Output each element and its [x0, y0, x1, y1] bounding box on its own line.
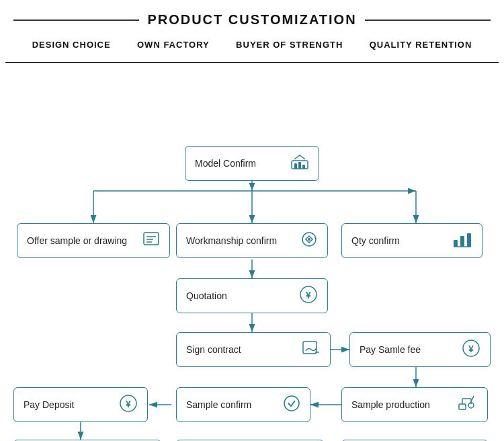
sample-confirm-icon	[283, 395, 300, 415]
sign-contract-label: Sign contract	[186, 344, 241, 355]
workmanship-confirm-box: Workmanship confirm	[176, 223, 328, 258]
svg-rect-18	[302, 165, 305, 169]
pay-sample-fee-icon: ¥	[462, 339, 480, 361]
svg-rect-19	[144, 233, 159, 245]
subtitle-own-factory: OWN FACTORY	[137, 40, 210, 50]
svg-rect-27	[467, 233, 471, 247]
sample-confirm-label: Sample confirm	[186, 399, 251, 410]
svg-rect-25	[454, 240, 458, 247]
qty-confirm-icon	[452, 231, 472, 251]
offer-sample-box: Offer sample or drawing	[17, 223, 170, 258]
svg-rect-31	[303, 342, 317, 354]
quotation-icon: ¥	[299, 285, 318, 307]
svg-rect-16	[294, 163, 297, 169]
pay-sample-fee-label: Pay Samle fee	[360, 344, 421, 355]
subtitle-bar: DESIGN CHOICE OWN FACTORY BUYER OF STREN…	[5, 34, 499, 63]
sign-contract-icon	[302, 340, 321, 360]
model-confirm-label: Model Confirm	[195, 158, 256, 169]
svg-text:¥: ¥	[468, 344, 474, 354]
pay-deposit-box: Pay Deposit ¥	[13, 387, 148, 422]
svg-rect-17	[298, 162, 301, 169]
svg-point-37	[284, 396, 299, 411]
sample-production-box: Sample production	[341, 387, 488, 422]
model-confirm-box: Model Confirm	[185, 146, 319, 181]
svg-text:¥: ¥	[126, 399, 131, 409]
page-header: PRODUCT CUSTOMIZATION	[0, 0, 504, 34]
flowchart: Model Confirm Offer sample or drawing Wo…	[0, 63, 504, 441]
sign-contract-box: Sign contract	[176, 332, 331, 367]
svg-rect-26	[460, 236, 464, 247]
qty-confirm-box: Qty confirm	[341, 223, 482, 258]
workmanship-confirm-icon	[300, 231, 318, 251]
svg-point-24	[308, 238, 310, 241]
header-line-left	[13, 19, 139, 21]
qty-confirm-label: Qty confirm	[351, 235, 400, 246]
subtitle-quality-retention: QUALITY RETENTION	[370, 40, 472, 50]
header-line-right	[365, 19, 491, 21]
sample-production-label: Sample production	[351, 399, 430, 410]
svg-text:¥: ¥	[306, 290, 311, 300]
quotation-label: Quotation	[186, 290, 227, 301]
svg-rect-38	[459, 404, 466, 409]
offer-sample-icon	[142, 231, 160, 251]
model-confirm-icon	[290, 154, 309, 173]
pay-deposit-icon: ¥	[119, 394, 138, 416]
pay-deposit-label: Pay Deposit	[24, 399, 74, 410]
subtitle-buyer-strength: BUYER OF STRENGTH	[236, 40, 343, 50]
subtitle-design-choice: DESIGN CHOICE	[32, 40, 111, 50]
offer-sample-label: Offer sample or drawing	[27, 235, 127, 246]
quotation-box: Quotation ¥	[176, 278, 328, 313]
sample-confirm-box: Sample confirm	[176, 387, 310, 422]
page-title: PRODUCT CUSTOMIZATION	[147, 12, 356, 28]
sample-production-icon	[458, 395, 478, 415]
pay-sample-fee-box: Pay Samle fee ¥	[349, 332, 491, 367]
workmanship-confirm-label: Workmanship confirm	[186, 235, 277, 246]
